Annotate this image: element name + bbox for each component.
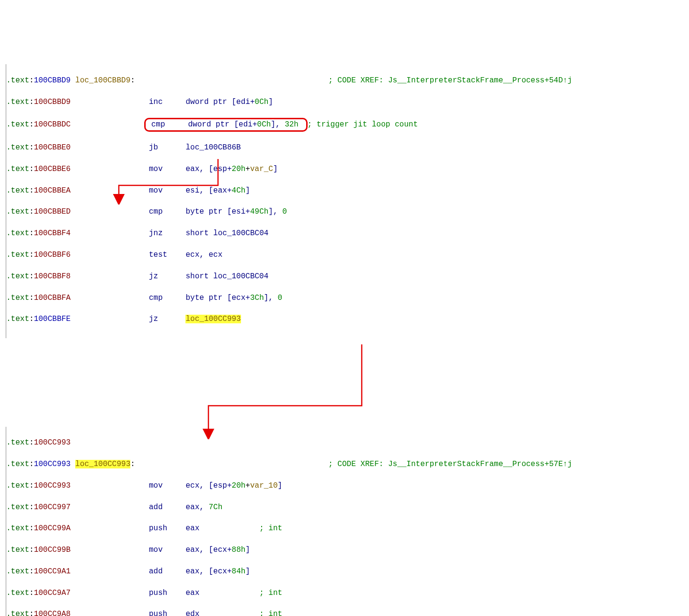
xref-comment: ; CODE XREF: Js__InterpreterStackFrame__… bbox=[328, 76, 572, 85]
block-2: .text:100CC993 .text:100CC993 loc_100CC9… bbox=[6, 427, 689, 616]
asm-line[interactable]: .text:100CBBDC cmp dword ptr [edi+0Ch], … bbox=[6, 118, 689, 131]
asm-line[interactable]: .text:100CBBE0 jb loc_100CB86B bbox=[6, 142, 689, 153]
jump-target[interactable]: short loc_100CBC04 bbox=[186, 229, 269, 238]
asm-line[interactable]: .text:100CBBF8 jz short loc_100CBC04 bbox=[6, 271, 689, 282]
asm-line[interactable]: .text:100CC99A push eax ; int bbox=[6, 523, 689, 534]
blank-addr-line: .text:100CC993 bbox=[6, 437, 689, 448]
label: loc_100CBBD9 bbox=[75, 76, 130, 85]
asm-line[interactable]: .text:100CC993 mov ecx, [esp+20h+var_10] bbox=[6, 480, 689, 491]
asm-line[interactable]: .text:100CC99B mov eax, [ecx+88h] bbox=[6, 545, 689, 555]
asm-line[interactable]: .text:100CBBF4 jnz short loc_100CBC04 bbox=[6, 228, 689, 239]
asm-line[interactable]: .text:100CBBFE jz loc_100CC993 bbox=[6, 314, 689, 324]
asm-line[interactable]: .text:100CC9A8 push edx ; int bbox=[6, 609, 689, 616]
disassembly-container: .text:100CBBD9 loc_100CBBD9: ; CODE XREF… bbox=[0, 32, 689, 616]
jump-target[interactable]: loc_100CB86B bbox=[185, 143, 241, 152]
asm-line[interactable]: .text:100CC9A1 add eax, [ecx+84h] bbox=[6, 566, 689, 577]
asm-line[interactable]: .text:100CBBD9 inc dword ptr [edi+0Ch] bbox=[6, 97, 689, 107]
asm-line[interactable]: .text:100CBBEA mov esi, [eax+4Ch] bbox=[6, 185, 689, 196]
label-highlighted: loc_100CC993 bbox=[75, 460, 130, 468]
asm-line[interactable]: .text:100CBBED cmp byte ptr [esi+49Ch], … bbox=[6, 206, 689, 217]
label-line[interactable]: .text:100CC993 loc_100CC993: ; CODE XREF… bbox=[6, 459, 689, 469]
xref-comment: ; CODE XREF: Js__InterpreterStackFrame__… bbox=[328, 460, 572, 468]
asm-line[interactable]: .text:100CC997 add eax, 7Ch bbox=[6, 502, 689, 513]
block-1: .text:100CBBD9 loc_100CBBD9: ; CODE XREF… bbox=[6, 64, 689, 338]
asm-line[interactable]: .text:100CBBE6 mov eax, [esp+20h+var_C] bbox=[6, 164, 689, 174]
asm-line[interactable]: .text:100CBBF6 test ecx, ecx bbox=[6, 250, 689, 260]
asm-line[interactable]: .text:100CBBFA cmp byte ptr [ecx+3Ch], 0 bbox=[6, 293, 689, 303]
jump-target[interactable]: short loc_100CBC04 bbox=[185, 272, 268, 281]
comment: ; trigger jit loop count bbox=[308, 120, 418, 129]
label-line[interactable]: .text:100CBBD9 loc_100CBBD9: ; CODE XREF… bbox=[6, 75, 689, 86]
highlight-box-cmp: cmp dword ptr [edi+0Ch], 32h bbox=[144, 118, 308, 131]
mnemonic: inc bbox=[149, 98, 163, 106]
jump-target-highlighted[interactable]: loc_100CC993 bbox=[185, 315, 241, 323]
asm-line[interactable]: .text:100CC9A7 push eax ; int bbox=[6, 588, 689, 598]
